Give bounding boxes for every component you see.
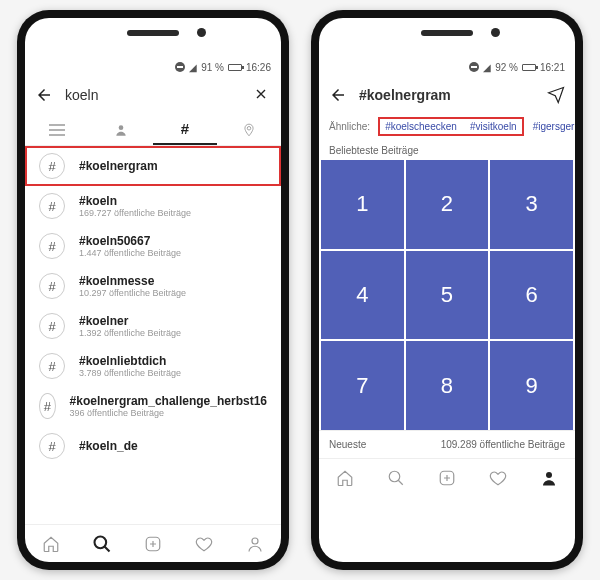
hash-icon: # — [39, 193, 65, 219]
nav-search[interactable] — [370, 459, 421, 496]
battery-percent: 92 % — [495, 62, 518, 73]
status-bar: ◢ 92 % 16:21 — [319, 58, 575, 76]
similar-tag[interactable]: #visitkoeln — [469, 118, 518, 135]
nav-add[interactable] — [127, 525, 178, 562]
svg-point-1 — [94, 536, 106, 548]
hashtag-name: #koeln_de — [79, 439, 138, 453]
nav-home[interactable] — [319, 459, 370, 496]
newest-count: 109.289 öffentliche Beiträge — [441, 439, 565, 450]
tab-top[interactable] — [25, 114, 89, 145]
similar-tag[interactable]: #igersgerma — [532, 118, 575, 135]
hashtag-name: #koelnergram_challenge_herbst16 — [70, 394, 267, 408]
dnd-icon — [175, 62, 185, 72]
hash-icon: # — [39, 393, 56, 419]
svg-point-3 — [252, 538, 258, 544]
hash-icon: # — [39, 313, 65, 339]
post-thumbnail[interactable]: 3 — [490, 160, 573, 249]
nav-profile[interactable] — [524, 459, 575, 496]
similar-row: Ähnliche: #koelscheecken #visitkoeln #ig… — [319, 114, 575, 139]
back-icon[interactable] — [329, 86, 347, 104]
hash-icon: # — [39, 353, 65, 379]
svg-point-0 — [119, 125, 124, 130]
hashtag-count: 169.727 öffentliche Beiträge — [79, 208, 191, 218]
signal-icon: ◢ — [189, 62, 197, 73]
share-icon[interactable] — [547, 86, 565, 104]
newest-row: Neueste 109.289 öffentliche Beiträge — [319, 430, 575, 458]
post-thumbnail[interactable]: 4 — [321, 251, 404, 340]
dnd-icon — [469, 62, 479, 72]
hashtag-name: #koelnergram — [79, 159, 158, 173]
hashtag-count: 3.789 öffentliche Beiträge — [79, 368, 181, 378]
hashtag-name: #koelnliebtdich — [79, 354, 181, 368]
hashtag-count: 10.297 öffentliche Beiträge — [79, 288, 186, 298]
hashtag-name: #koelnmesse — [79, 274, 186, 288]
nav-search[interactable] — [76, 525, 127, 562]
clock: 16:26 — [246, 62, 271, 73]
post-thumbnail[interactable]: 2 — [406, 160, 489, 249]
hashtag-result-row[interactable]: ##koelnmesse10.297 öffentliche Beiträge — [25, 266, 281, 306]
nav-activity[interactable] — [473, 459, 524, 496]
hashtag-result-row[interactable]: ##koelner1.392 öffentliche Beiträge — [25, 306, 281, 346]
hashtag-name: #koeln50667 — [79, 234, 181, 248]
similar-highlight-box: #koelscheecken #visitkoeln — [380, 119, 522, 134]
tab-people[interactable] — [89, 114, 153, 145]
back-icon[interactable] — [35, 86, 53, 104]
bottom-nav — [25, 524, 281, 562]
hashtag-name: #koeln — [79, 194, 191, 208]
hashtag-result-row[interactable]: ##koelnergram_challenge_herbst16396 öffe… — [25, 386, 281, 426]
hashtag-count: 396 öffentliche Beiträge — [70, 408, 267, 418]
nav-activity[interactable] — [179, 525, 230, 562]
svg-point-6 — [546, 472, 552, 478]
search-header: koeln — [25, 76, 281, 114]
phone-right: ◢ 92 % 16:21 #koelnergram Ähnliche: #koe… — [311, 10, 583, 570]
post-thumbnail[interactable]: 7 — [321, 341, 404, 430]
hashtag-count: 1.392 öffentliche Beiträge — [79, 328, 181, 338]
bottom-nav — [319, 458, 575, 496]
hashtag-result-row[interactable]: ##koeln169.727 öffentliche Beiträge — [25, 186, 281, 226]
status-bar: ◢ 91 % 16:26 — [25, 58, 281, 76]
hashtag-result-row[interactable]: ##koelnergram — [25, 146, 281, 186]
hash-icon: # — [39, 273, 65, 299]
nav-home[interactable] — [25, 525, 76, 562]
tab-hashtags[interactable]: # — [153, 114, 217, 145]
hash-icon: # — [39, 153, 65, 179]
phone-left: ◢ 91 % 16:26 koeln # — [17, 10, 289, 570]
hash-icon: # — [39, 433, 65, 459]
hashtag-header: #koelnergram — [319, 76, 575, 114]
tab-places[interactable] — [217, 114, 281, 145]
screen-left: ◢ 91 % 16:26 koeln # — [25, 18, 281, 562]
similar-tag[interactable]: #koelscheecken — [384, 118, 458, 135]
results-list: ##koelnergram##koeln169.727 öffentliche … — [25, 146, 281, 524]
nav-profile[interactable] — [230, 525, 281, 562]
battery-icon — [522, 64, 536, 71]
clock: 16:21 — [540, 62, 565, 73]
post-thumbnail[interactable]: 5 — [406, 251, 489, 340]
similar-label: Ähnliche: — [329, 121, 370, 132]
svg-point-4 — [389, 471, 400, 482]
screen-right: ◢ 92 % 16:21 #koelnergram Ähnliche: #koe… — [319, 18, 575, 562]
battery-percent: 91 % — [201, 62, 224, 73]
hashtag-result-row[interactable]: ##koeln_de — [25, 426, 281, 466]
newest-label: Neueste — [329, 439, 366, 450]
post-thumbnail[interactable]: 9 — [490, 341, 573, 430]
hashtag-result-row[interactable]: ##koelnliebtdich3.789 öffentliche Beiträ… — [25, 346, 281, 386]
nav-add[interactable] — [421, 459, 472, 496]
posts-grid: 123456789 — [319, 160, 575, 430]
post-thumbnail[interactable]: 1 — [321, 160, 404, 249]
hashtag-name: #koelner — [79, 314, 181, 328]
clear-icon[interactable] — [253, 86, 271, 104]
page-title: #koelnergram — [359, 87, 535, 103]
post-thumbnail[interactable]: 8 — [406, 341, 489, 430]
hash-icon: # — [39, 233, 65, 259]
search-input[interactable]: koeln — [65, 87, 241, 103]
search-tabs: # — [25, 114, 281, 146]
battery-icon — [228, 64, 242, 71]
hashtag-count: 1.447 öffentliche Beiträge — [79, 248, 181, 258]
signal-icon: ◢ — [483, 62, 491, 73]
post-thumbnail[interactable]: 6 — [490, 251, 573, 340]
top-posts-label: Beliebteste Beiträge — [319, 139, 575, 160]
hashtag-result-row[interactable]: ##koeln506671.447 öffentliche Beiträge — [25, 226, 281, 266]
